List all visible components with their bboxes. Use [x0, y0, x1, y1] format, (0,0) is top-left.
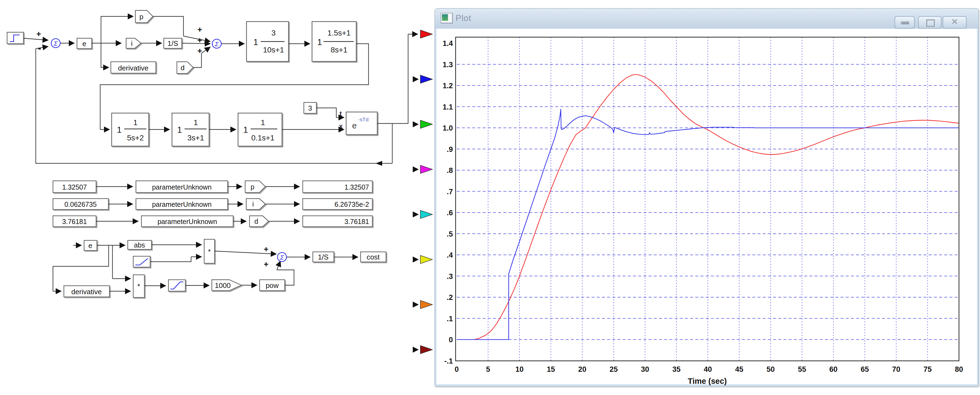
svg-text:cost: cost [367, 253, 380, 261]
svg-text:e: e [83, 40, 86, 48]
scope-input-ports[interactable] [413, 30, 433, 354]
svg-text:pow: pow [266, 281, 279, 290]
svg-text:1: 1 [261, 118, 265, 127]
p-gain-block[interactable]: p [135, 10, 153, 23]
x-tick-label: 5 [486, 365, 490, 373]
saturation-block[interactable] [169, 280, 185, 291]
ramp-block[interactable] [133, 256, 150, 267]
scope-input-port-7[interactable] [420, 301, 433, 309]
plot-canvas-area: -.10.1.2.3.4.5.6.7.8.91.01.11.21.31.4 05… [435, 29, 978, 387]
svg-text:e: e [88, 242, 92, 250]
cost-e-block[interactable]: e [84, 241, 97, 250]
svg-text:t: t [340, 110, 342, 117]
integrator-block[interactable]: 1/S [164, 38, 182, 48]
svg-text:*: * [137, 282, 140, 290]
svg-text:-: - [38, 42, 41, 54]
svg-text:0.0626735: 0.0626735 [64, 201, 97, 208]
svg-text:p: p [251, 183, 255, 191]
scope-input-port-3[interactable] [420, 120, 433, 128]
pow-block[interactable]: pow [259, 280, 285, 291]
plot-window: Plot ✕ -.10.1.2.3.4.5.6.7.8.91.01.11.21.… [434, 8, 979, 387]
svg-text:parameterUnknown: parameterUnknown [158, 218, 217, 225]
feedback-arrow [375, 161, 382, 166]
constant-3-block[interactable]: 3 [304, 102, 317, 113]
svg-text:3s+1: 3s+1 [187, 134, 204, 142]
svg-text:+: + [36, 29, 41, 38]
diagram-wires [24, 16, 418, 291]
transfer-fn-4[interactable]: 1 1 3s+1 [172, 113, 209, 146]
svg-text:*: * [208, 247, 211, 256]
multiplier-1-block[interactable]: * [204, 239, 215, 263]
svg-text:1: 1 [253, 37, 258, 47]
x-axis-title: Time (sec) [688, 377, 727, 385]
svg-text:derivative: derivative [71, 288, 102, 296]
y-tick-label: .8 [447, 166, 453, 175]
y-tick-label: .9 [447, 145, 453, 153]
svg-text:d: d [181, 64, 185, 72]
derivative-block[interactable]: derivative [111, 62, 156, 73]
x-tick-label: 50 [767, 365, 775, 373]
minimize-icon [901, 21, 909, 24]
multiplier-2-block[interactable]: * [133, 275, 145, 298]
y-tick-label: 1.3 [442, 61, 453, 69]
y-tick-label: .3 [447, 272, 453, 280]
scope-input-port-1[interactable] [420, 30, 433, 38]
x-tick-label: 60 [829, 365, 837, 373]
svg-text:+: + [197, 35, 202, 45]
scope-input-port-6[interactable] [420, 255, 433, 264]
scope-input-port-4[interactable] [420, 165, 433, 174]
cost-output-block[interactable]: cost [361, 252, 386, 262]
svg-text:8s+1: 8s+1 [331, 46, 347, 54]
y-tick-label: 0 [449, 336, 453, 344]
scope-input-port-5[interactable] [420, 210, 433, 218]
y-tick-label: .6 [447, 209, 453, 217]
x-tick-label: 20 [578, 365, 586, 373]
svg-text:parameterUnknown: parameterUnknown [152, 201, 212, 208]
svg-text:derivative: derivative [118, 64, 148, 72]
y-tick-label: .4 [447, 251, 453, 259]
sum-junction-3[interactable]: Σ [278, 253, 286, 262]
transfer-fn-5[interactable]: 1 1 0.1s+1 [238, 113, 282, 146]
abs-block[interactable]: abs [128, 241, 151, 249]
minimize-button[interactable] [894, 16, 915, 29]
variable-delay-block[interactable]: e -sTd t x [339, 110, 377, 135]
maximize-icon [926, 19, 935, 27]
x-tick-label: 40 [704, 365, 712, 373]
x-tick-label: 70 [892, 365, 900, 373]
close-button[interactable]: ✕ [943, 16, 967, 29]
cost-derivative-block[interactable]: derivative [64, 286, 110, 297]
x-tick-label: 0 [455, 365, 458, 373]
svg-text:3.76181: 3.76181 [345, 218, 369, 225]
maximize-button[interactable] [918, 16, 942, 29]
scope-input-port-2[interactable] [420, 75, 433, 83]
x-tick-label: 55 [798, 365, 806, 373]
i-gain-block[interactable]: i [126, 38, 141, 48]
error-signal-block[interactable]: e [77, 38, 92, 49]
x-tick-label: 35 [672, 365, 681, 373]
transfer-fn-3[interactable]: 1 1 5s+2 [111, 113, 149, 146]
svg-text:1/S: 1/S [318, 253, 328, 261]
svg-text:+: + [197, 46, 202, 55]
sum-junction-2[interactable]: Σ [212, 39, 221, 48]
param-row-i[interactable]: 0.0626735 parameterUnknown i 6.26735e-2 [53, 199, 372, 210]
svg-text:3: 3 [271, 29, 276, 37]
step-source-block[interactable] [7, 32, 24, 44]
window-title-bar[interactable]: Plot ✕ [435, 8, 978, 29]
transfer-fn-1[interactable]: 1 3 10s+1 [247, 22, 288, 62]
x-tick-label: 15 [547, 365, 555, 373]
x-tick-label: 30 [641, 365, 649, 373]
x-tick-label: 80 [955, 365, 963, 373]
svg-text:1: 1 [133, 118, 138, 127]
cost-integrator-block[interactable]: 1/S [313, 252, 334, 262]
gain-1000-block[interactable]: 1000 [212, 280, 241, 291]
y-tick-label: 1.0 [442, 124, 453, 132]
transfer-fn-2[interactable]: 1 1.5s+1 8s+1 [312, 22, 356, 62]
window-icon [441, 13, 453, 23]
scope-input-port-8[interactable] [420, 346, 433, 354]
sum-junction-1[interactable]: Σ [51, 39, 60, 48]
svg-text:Σ: Σ [54, 40, 58, 47]
svg-text:1: 1 [317, 37, 322, 47]
plot-grid [457, 37, 959, 361]
d-gain-block[interactable]: d [177, 62, 193, 73]
x-tick-label: 25 [609, 365, 618, 373]
